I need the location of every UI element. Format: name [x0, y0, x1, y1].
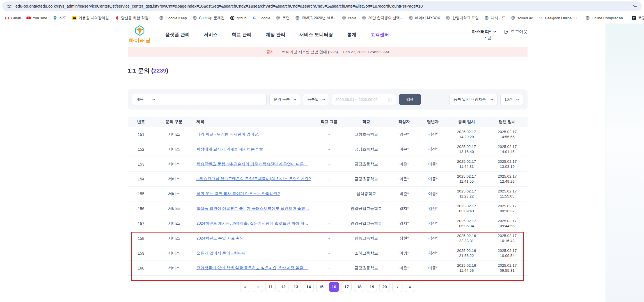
- bookmark-item-5[interactable]: 당신을 위한 학점 I...: [114, 15, 153, 20]
- page-button-15[interactable]: 15: [316, 282, 326, 292]
- notice-bar: 공지 | 하이러닝 시스템 점검 안내 (2/26) Feb 27, 2025,…: [128, 47, 528, 57]
- bookmark-item-18[interactable]: /<>Baekjoon Online Ju...: [538, 15, 580, 20]
- cell-category: 서비스: [154, 236, 194, 241]
- cell-school: 안양공업고등학교: [344, 206, 389, 211]
- page-button-16[interactable]: 16: [329, 282, 339, 292]
- answered-time: 09:55:31: [487, 268, 528, 273]
- bookmark-item-16[interactable]: 대시보드: [484, 15, 505, 20]
- created-date: 2025.02.17: [446, 189, 487, 194]
- user-suffix: * 님: [472, 36, 496, 41]
- site-settings-icon[interactable]: [7, 4, 12, 9]
- bookmark-label: 코랩: [282, 15, 290, 20]
- bookmark-label: 에듀윌 나의강의실: [79, 15, 109, 20]
- gmail-icon: [4, 15, 10, 20]
- answered-time: 10:16:43: [487, 238, 528, 243]
- logo-text: 하이러닝: [129, 37, 151, 44]
- bookmark-item-3[interactable]: 지도: [52, 15, 67, 20]
- page-last-button[interactable]: »: [405, 282, 415, 292]
- bookmark-item-10[interactable]: 코랩: [276, 15, 290, 20]
- logout-button[interactable]: 로그아웃: [504, 29, 528, 34]
- inquiry-title-link[interactable]: 학습콘텐츠-문항-ai추천출제의 경우 ai학습진단과 무엇이 다른…: [196, 162, 308, 166]
- bookmark-item-2[interactable]: YouTube: [26, 15, 47, 20]
- bookmark-item-11[interactable]: IBM硏, 2020년 AI 5...: [295, 15, 336, 20]
- inquiry-title-link[interactable]: 2024학년도 수업 자료 확인: [196, 236, 244, 240]
- bookmark-item-17[interactable]: solved.ac: [511, 15, 533, 20]
- nav-item-7[interactable]: 고객센터: [370, 32, 389, 38]
- search-input[interactable]: [159, 97, 262, 102]
- inquiry-title-link[interactable]: 학생에게 교사가 과제를 제시하는 방법: [196, 147, 264, 151]
- column-header-3: 제목: [194, 119, 314, 124]
- page-button-18[interactable]: 18: [354, 282, 364, 292]
- page-button-17[interactable]: 17: [342, 282, 352, 292]
- nav-item-3[interactable]: 학교 관리: [232, 32, 252, 38]
- bookmark-item-7[interactable]: CodeUp-문제집: [192, 15, 224, 20]
- date-range-input[interactable]: [332, 94, 396, 105]
- bookmark-item-6[interactable]: Google Keep: [159, 15, 187, 20]
- nav-item-6[interactable]: 통계: [347, 32, 356, 38]
- created-date: 2025.02.17: [446, 174, 487, 179]
- cell-writer: 정현*: [389, 236, 420, 241]
- site-logo[interactable]: 하이러닝: [128, 25, 152, 44]
- bookmark-item-8[interactable]: github: [230, 15, 246, 20]
- bookmark-item-19[interactable]: Online Compiler an...: [585, 15, 626, 20]
- inquiry-title-link[interactable]: 오류가 있어서 문의드립니다..: [196, 251, 248, 255]
- page-button-14[interactable]: 14: [304, 282, 314, 292]
- cell-school-group: -: [314, 221, 344, 226]
- page-size-value: 10건: [505, 97, 513, 102]
- bookmark-item-1[interactable]: Gmail: [4, 15, 21, 20]
- bookmark-item-15[interactable]: 한양대학교 포털: [445, 15, 479, 20]
- page-next-button[interactable]: ›: [392, 282, 402, 292]
- bookmark-item-12[interactable]: replit: [342, 15, 356, 20]
- nav-item-5[interactable]: 서비스 모니터링: [299, 32, 333, 38]
- nav-item-2[interactable]: 서비스: [204, 32, 218, 38]
- table-body: 151서비스나의 학교 - 우리반 게시판이 없어요.-고창초등학교임은*김선*…: [128, 127, 528, 276]
- page-button-11[interactable]: 11: [265, 282, 276, 292]
- notice-timestamp: Feb 27, 2025, 12:45:22 AM: [343, 50, 389, 54]
- notice-title-link[interactable]: 하이러닝 시스템 점검 안내 (2/26): [282, 50, 338, 55]
- bookmark-item-9[interactable]: GGoogle: [252, 15, 270, 20]
- right-gutter: [606, 24, 644, 302]
- page-size-select[interactable]: 10건: [500, 94, 523, 105]
- bookmark-item-20[interactable]: 코딩테스트 연습 |...: [631, 15, 644, 20]
- page-first-button[interactable]: «: [240, 282, 250, 292]
- bookmark-item-4[interactable]: 에듀윌 나의강의실: [72, 15, 109, 20]
- page-button-19[interactable]: 19: [367, 282, 377, 292]
- category-select[interactable]: 문의 구분: [269, 94, 300, 105]
- inquiry-title-link[interactable]: 화면 또는 링크 복사 붙이기 마우스는 안되나요?: [196, 191, 280, 196]
- address-bar[interactable]: edu-bo.ontactedu.co.kr/sys_admin/ns/serv…: [2, 1, 642, 11]
- key-icon[interactable]: [632, 4, 637, 9]
- bookmark-item-13[interactable]: 20만 합격생의 선택...: [361, 15, 403, 20]
- sort-select[interactable]: 등록 일시 내림차순: [449, 94, 498, 105]
- bookmark-label: 한양대학교 포털: [452, 15, 479, 20]
- cell-school: 심석중학교: [344, 191, 389, 196]
- search-field-select[interactable]: 제목: [136, 97, 155, 102]
- nav-item-4[interactable]: 계정 관리: [265, 32, 285, 38]
- search-button[interactable]: 검색: [399, 94, 421, 105]
- inquiry-title-link[interactable]: 전입생들이 있어 학생 일괄 등록하고 싶은데요, 학생계정 일괄 …: [196, 266, 308, 270]
- calendar-icon[interactable]: [388, 97, 393, 102]
- page-title-text: 1:1 문의: [128, 67, 150, 74]
- inquiry-title-link[interactable]: 2024학년도 게시판, 과제제출, 질문게시판에 업로드된 학생 파…: [196, 221, 308, 226]
- inquiry-title-link[interactable]: 학생들 의견이 이름표로 붙는게 클래스보드에도 남았으면 좋겠…: [196, 206, 309, 211]
- filter-bar: 제목 문의 구분 등록일: [128, 89, 528, 110]
- page-prev-button[interactable]: ‹: [253, 282, 263, 292]
- bookmark-item-14[interactable]: 네이버 MYBOX: [408, 15, 440, 20]
- bookmark-label: IBM硏, 2020년 AI 5...: [302, 15, 336, 20]
- date-range-field[interactable]: [335, 97, 385, 102]
- cell-answered-datetime: 2025.02.1711:55:05: [487, 189, 528, 199]
- cell-title: 전입생들이 있어 학생 일괄 등록하고 싶은데요, 학생계정 일괄 …: [194, 266, 314, 271]
- user-menu[interactable]: 마스터펴* * 님: [472, 29, 496, 41]
- page-button-13[interactable]: 13: [291, 282, 301, 292]
- cell-no: 151: [128, 132, 154, 137]
- cell-school: 안양공업고등학교: [344, 221, 389, 226]
- date-type-select[interactable]: 등록일: [303, 94, 329, 105]
- inquiry-title-link[interactable]: 나의 학교 - 우리반 게시판이 없어요.: [196, 132, 259, 136]
- table-row: 153서비스학습콘텐츠-문항-ai추천출제의 경우 ai학습진단과 무엇이 다른…: [128, 157, 528, 172]
- nav-item-1[interactable]: 플랫폼 관리: [165, 32, 190, 38]
- cell-writer: 이은*: [389, 266, 420, 271]
- page-button-20[interactable]: 20: [379, 282, 389, 292]
- cell-title: 화면 또는 링크 복사 붙이기 마우스는 안되나요?: [194, 191, 314, 196]
- inquiry-title-link[interactable]: ai학습진단과 학습콘텐츠의 문항(문제풀이)의 차이는 무엇인가요?: [196, 176, 311, 181]
- created-time: 11:23:22: [446, 194, 487, 199]
- page-button-12[interactable]: 12: [278, 282, 288, 292]
